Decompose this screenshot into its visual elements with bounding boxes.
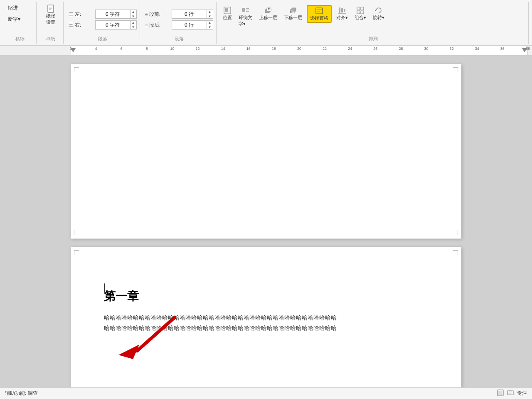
spacing-before-row: ≡ 段前: 0 行 ▲ ▼ — [145, 10, 213, 19]
status-right: 专注 — [497, 389, 527, 397]
rotate-label: 旋转▾ — [373, 15, 384, 21]
chapter-heading: 第一章 — [104, 288, 428, 304]
paper-setup-btn[interactable]: 纸张设置 — [41, 3, 61, 27]
svg-rect-25 — [344, 9, 345, 12]
indent-section-label: 段落 — [68, 36, 137, 42]
spacing-after-down[interactable]: ▼ — [207, 25, 213, 30]
move-up-btn[interactable]: 上移一层 — [257, 5, 279, 22]
spacing-after-value: 0 行 — [172, 22, 207, 29]
group-label: 组合▾ — [355, 15, 366, 21]
spacing-section-label: 段落 — [144, 36, 214, 42]
ruler-indent-marker-right[interactable] — [522, 48, 527, 52]
group-icon — [356, 6, 365, 15]
svg-rect-21 — [317, 9, 322, 10]
align-btn[interactable]: 对齐▾ — [334, 5, 350, 22]
svg-rect-22 — [317, 11, 320, 12]
indent-right-down[interactable]: ▼ — [131, 25, 136, 30]
rotate-btn[interactable]: 旋转▾ — [371, 5, 387, 22]
toolbar-section-indent: 三 左: 0 字符 ▲ ▼ 三 右: 0 字符 ▲ ▼ — [65, 2, 140, 44]
toolbar-section-paper: 纸张设置 稿纸 — [38, 2, 64, 44]
svg-rect-24 — [341, 8, 343, 12]
move-down-btn[interactable]: 下移一层 — [282, 5, 304, 22]
spacing-before-up[interactable]: ▲ — [207, 10, 213, 14]
ruler: 2468101214161820222426283032343638 — [0, 46, 532, 56]
toolbar-section-spacing: ≡ 段前: 0 行 ▲ ▼ ≡ 段后: 0 行 ▲ ▼ — [142, 2, 217, 44]
ruler-number-34: 34 — [475, 47, 479, 51]
ruler-number-10: 10 — [170, 47, 174, 51]
wrap-text-btn[interactable]: 环绕文字▾ — [236, 5, 254, 28]
page-section-label: 稿纸 — [6, 36, 34, 42]
arrangement-section-label: 排列 — [221, 36, 526, 42]
page2-content[interactable]: 第一章 哈哈哈哈哈哈哈哈哈哈哈哈哈哈哈哈哈哈哈哈哈哈哈哈哈哈哈哈哈哈哈哈哈哈哈哈… — [71, 247, 461, 358]
page-1 — [71, 64, 461, 239]
indent-right-label: 三 右: — [69, 22, 94, 29]
body-text-line2: 哈哈哈哈哈哈哈哈哈哈哈哈哈哈哈哈哈哈哈哈哈哈哈哈哈哈哈哈哈哈哈哈哈哈哈哈哈哈哈哈 — [104, 323, 428, 333]
spacing-after-label: ≡ 段后: — [145, 22, 170, 29]
spacing-after-spinbox[interactable]: 0 行 ▲ ▼ — [172, 20, 213, 30]
toolbar-section-arrangement: 位置 环绕文字▾ — [218, 2, 529, 44]
body-text: 哈哈哈哈哈哈哈哈哈哈哈哈哈哈哈哈哈哈哈哈哈哈哈哈哈哈哈哈哈哈哈哈哈哈哈哈哈哈哈哈… — [104, 313, 428, 333]
view-web-btn[interactable] — [507, 389, 514, 397]
indent-right-arrows[interactable]: ▲ ▼ — [130, 20, 136, 30]
page-2: 第一章 哈哈哈哈哈哈哈哈哈哈哈哈哈哈哈哈哈哈哈哈哈哈哈哈哈哈哈哈哈哈哈哈哈哈哈哈… — [71, 247, 461, 387]
position-label: 位置 — [223, 15, 232, 21]
indent-right-up[interactable]: ▲ — [131, 20, 136, 25]
spacing-before-label: ≡ 段前: — [145, 11, 170, 18]
indent-right-spinbox[interactable]: 0 字符 ▲ ▼ — [95, 20, 137, 30]
group-btn[interactable]: 组合▾ — [352, 5, 368, 22]
spacing-before-spinbox[interactable]: 0 行 ▲ ▼ — [172, 10, 213, 19]
svg-rect-28 — [361, 7, 364, 10]
indent-left-up[interactable]: ▲ — [131, 10, 136, 14]
select-pane-icon — [315, 7, 323, 15]
svg-rect-30 — [361, 11, 364, 14]
ruler-number-18: 18 — [272, 47, 276, 51]
svg-rect-6 — [242, 8, 245, 12]
align-icon — [338, 6, 346, 15]
indent-left-arrows[interactable]: ▲ ▼ — [130, 10, 136, 19]
wrap-label: 环绕文字▾ — [239, 15, 252, 27]
ruler-number-14: 14 — [221, 47, 225, 51]
ruler-indent-marker-left[interactable] — [71, 48, 76, 52]
view-print-btn[interactable] — [497, 389, 504, 397]
ruler-number-4: 4 — [95, 47, 97, 51]
position-btn[interactable]: 位置 — [221, 5, 234, 22]
ruler-number-26: 26 — [373, 47, 377, 51]
move-down-label: 下移一层 — [284, 15, 302, 21]
spacing-after-row: ≡ 段后: 0 行 ▲ ▼ — [145, 20, 213, 30]
select-pane-label: 选择窗格 — [310, 15, 328, 21]
indent-left-spinbox[interactable]: 0 字符 ▲ ▼ — [95, 10, 137, 19]
view-print-icon — [497, 389, 504, 396]
svg-rect-27 — [357, 7, 360, 10]
indent-right-row: 三 右: 0 字符 ▲ ▼ — [69, 20, 137, 30]
status-left: 辅助功能: 调查 — [5, 390, 38, 397]
line-number-btn[interactable]: 缩进 — [6, 3, 20, 13]
svg-rect-29 — [357, 11, 360, 14]
spacing-after-up[interactable]: ▲ — [207, 20, 213, 25]
spacing-before-down[interactable]: ▼ — [207, 14, 213, 19]
view-web-icon — [507, 389, 514, 396]
svg-rect-35 — [498, 391, 502, 395]
toolbar: 缩进 断字▾ 稿纸 纸张设置 稿纸 — [0, 0, 532, 46]
ruler-number-22: 22 — [323, 47, 327, 51]
text-cursor — [104, 283, 105, 293]
ruler-number-36: 36 — [500, 47, 505, 51]
select-pane-btn[interactable]: 选择窗格 — [307, 5, 332, 23]
ruler-numbers: 2468101214161820222426283032343638 — [71, 46, 528, 55]
page1-corner-bl — [74, 230, 79, 235]
rotate-icon — [374, 6, 383, 15]
status-focus-text[interactable]: 专注 — [517, 390, 527, 397]
spacing-before-arrows[interactable]: ▲ ▼ — [207, 10, 213, 19]
hyphenation-btn[interactable]: 断字▾ — [6, 15, 22, 24]
status-help-text: 辅助功能: 调查 — [5, 390, 38, 397]
cursor-line — [104, 283, 105, 293]
spacing-before-value: 0 行 — [172, 11, 207, 18]
spacing-after-arrows[interactable]: ▲ ▼ — [207, 20, 213, 30]
svg-marker-31 — [375, 9, 376, 12]
page2-corner-tr — [453, 250, 458, 255]
indent-right-value: 0 字符 — [96, 22, 130, 29]
body-text-line1: 哈哈哈哈哈哈哈哈哈哈哈哈哈哈哈哈哈哈哈哈哈哈哈哈哈哈哈哈哈哈哈哈哈哈哈哈哈哈哈哈 — [104, 313, 428, 323]
wrap-icon — [241, 6, 250, 15]
indent-left-down[interactable]: ▼ — [131, 14, 136, 19]
ruler-number-12: 12 — [196, 47, 200, 51]
svg-rect-23 — [339, 7, 340, 13]
